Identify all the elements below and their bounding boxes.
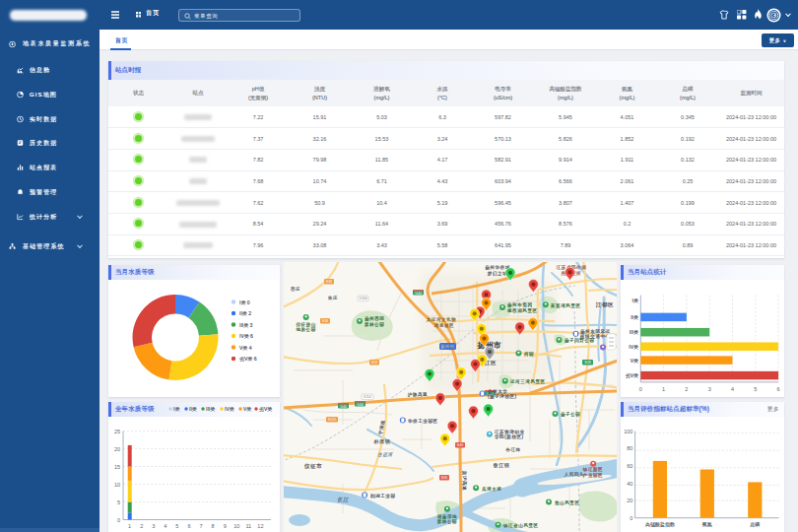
svg-text:沪陕高速: 沪陕高速 — [408, 390, 429, 397]
svg-text:0: 0 — [639, 386, 642, 392]
svg-text:氨氮: 氨氮 — [702, 521, 712, 527]
svg-text:劣V类 6: 劣V类 6 — [239, 356, 257, 363]
svg-text:瓜洲古渡: 瓜洲古渡 — [482, 486, 501, 492]
svg-text:G40: G40 — [357, 403, 364, 407]
svg-text:S28: S28 — [584, 361, 590, 365]
svg-text:5: 5 — [754, 386, 757, 392]
svg-text:20: 20 — [114, 445, 120, 451]
svg-text:长江: 长江 — [337, 497, 350, 502]
svg-text:S36: S36 — [322, 319, 328, 323]
svg-text:5: 5 — [175, 523, 178, 529]
svg-text:20: 20 — [627, 498, 632, 503]
svg-text:1: 1 — [128, 523, 131, 529]
svg-text:高锰酸盐指数: 高锰酸盐指数 — [645, 521, 675, 528]
svg-text:III类 3: III类 3 — [239, 322, 253, 328]
svg-text:10: 10 — [233, 523, 239, 529]
svg-text:朱庄: 朱庄 — [328, 296, 338, 300]
svg-text:S35: S35 — [441, 476, 447, 480]
svg-text:10: 10 — [114, 481, 120, 487]
svg-text:春江镇: 春江镇 — [494, 462, 510, 469]
svg-text:S33: S33 — [371, 361, 377, 365]
svg-text:IV类 6: IV类 6 — [239, 333, 253, 339]
svg-text:100: 100 — [624, 428, 632, 433]
svg-text:X306: X306 — [359, 297, 366, 300]
svg-text:人民码头: 人民码头 — [565, 471, 584, 477]
svg-text:总磷: 总磷 — [750, 521, 760, 527]
svg-text:西庄: 西庄 — [291, 286, 300, 292]
svg-text:运河三湾风景区: 运河三湾风景区 — [510, 378, 546, 385]
svg-text:森林公园: 森林公园 — [365, 322, 384, 327]
svg-text:2: 2 — [685, 386, 688, 392]
svg-text:(扬子津校区): (扬子津校区) — [488, 393, 517, 400]
svg-text:12: 12 — [257, 523, 263, 529]
svg-text:I类: I类 — [173, 406, 179, 412]
svg-text:S35: S35 — [326, 280, 332, 284]
svg-text:III类: III类 — [630, 329, 638, 335]
svg-text:大运河文化旅: 大运河文化旅 — [427, 316, 457, 322]
svg-text:40: 40 — [627, 480, 632, 486]
svg-text:古运河: 古运河 — [377, 452, 393, 457]
svg-text:11: 11 — [245, 523, 251, 529]
svg-text:焦山风景区: 焦山风景区 — [555, 499, 580, 505]
svg-text:25: 25 — [114, 428, 120, 433]
svg-text:学院(新校区): 学院(新校区) — [495, 433, 524, 439]
svg-text:春江路: 春江路 — [505, 447, 520, 452]
svg-text:V类 4: V类 4 — [239, 345, 252, 351]
svg-text:V类: V类 — [243, 406, 251, 412]
svg-text:1: 1 — [662, 386, 665, 392]
svg-text:产业园区: 产业园区 — [583, 472, 603, 478]
svg-text:15: 15 — [114, 463, 120, 469]
svg-text:80: 80 — [627, 445, 632, 451]
svg-text:I类: I类 — [632, 298, 638, 303]
svg-text:G40: G40 — [415, 292, 422, 296]
svg-text:4: 4 — [164, 523, 166, 529]
svg-text:0: 0 — [117, 516, 120, 522]
svg-text:5: 5 — [117, 499, 120, 504]
svg-text:S125: S125 — [328, 418, 336, 422]
svg-text:7: 7 — [199, 523, 202, 529]
svg-text:II类: II类 — [189, 406, 197, 412]
svg-text:茱萸湾风景区: 茱萸湾风景区 — [551, 302, 581, 309]
svg-text:京沪高速: 京沪高速 — [462, 471, 467, 491]
svg-text:2: 2 — [140, 523, 143, 529]
svg-text:4: 4 — [731, 386, 734, 392]
svg-text:地质公园: 地质公园 — [295, 327, 315, 332]
svg-text:仪征市: 仪征市 — [304, 463, 322, 469]
svg-text:江苏旅游职业: 江苏旅游职业 — [495, 429, 525, 434]
svg-text:III类: III类 — [206, 406, 215, 412]
svg-text:60: 60 — [627, 462, 632, 468]
svg-text:3: 3 — [708, 386, 711, 392]
svg-text:6: 6 — [187, 523, 190, 529]
svg-text:G40: G40 — [340, 405, 347, 409]
svg-text:朴席镇: 朴席镇 — [373, 438, 391, 444]
svg-text:9: 9 — [224, 523, 227, 529]
svg-text:IV类: IV类 — [629, 344, 638, 350]
svg-text:镇江新区: 镇江新区 — [582, 466, 603, 472]
svg-text:江都区: 江都区 — [596, 301, 614, 308]
svg-text:何园: 何园 — [523, 352, 534, 357]
svg-text:劣V类: 劣V类 — [259, 406, 272, 413]
svg-text:3: 3 — [152, 523, 155, 529]
svg-text:劣V类: 劣V类 — [626, 372, 638, 379]
svg-text:0: 0 — [630, 514, 632, 520]
svg-text:X202: X202 — [364, 395, 371, 399]
svg-text:6: 6 — [777, 386, 780, 392]
svg-text:森林公园: 森林公园 — [437, 519, 457, 524]
svg-text:IV类: IV类 — [225, 406, 234, 412]
svg-text:I类 0: I类 0 — [239, 299, 250, 305]
svg-text:镇江金山风景区: 镇江金山风景区 — [502, 522, 539, 528]
svg-text:8: 8 — [212, 523, 215, 529]
svg-text:利湘工业园: 利湘工业园 — [370, 493, 396, 499]
svg-text:枢纽交通中心: 枢纽交通中心 — [579, 333, 611, 339]
svg-text:II类: II类 — [631, 314, 638, 320]
svg-text:华侨工业园区: 华侨工业园区 — [408, 418, 438, 424]
svg-text:S49: S49 — [457, 443, 463, 447]
svg-text:V类: V类 — [631, 358, 638, 364]
svg-text:游度假区: 游度假区 — [434, 322, 454, 328]
svg-text:瘦西湖风景区: 瘦西湖风景区 — [507, 307, 538, 313]
svg-text:扬州西部: 扬州西部 — [365, 315, 384, 322]
svg-text:II类 2: II类 2 — [239, 310, 251, 316]
